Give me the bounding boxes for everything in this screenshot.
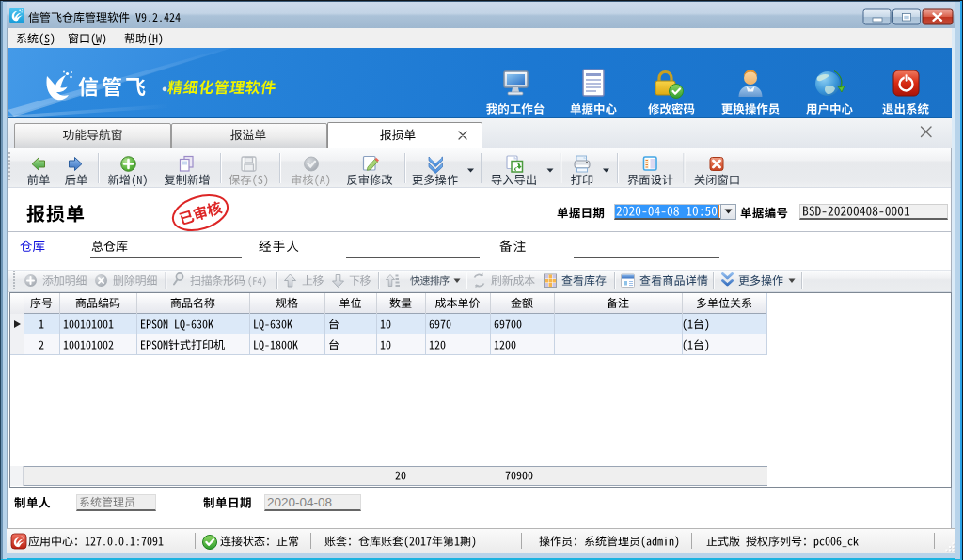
svg-text:2020-04-08: 2020-04-08 [267,495,332,509]
